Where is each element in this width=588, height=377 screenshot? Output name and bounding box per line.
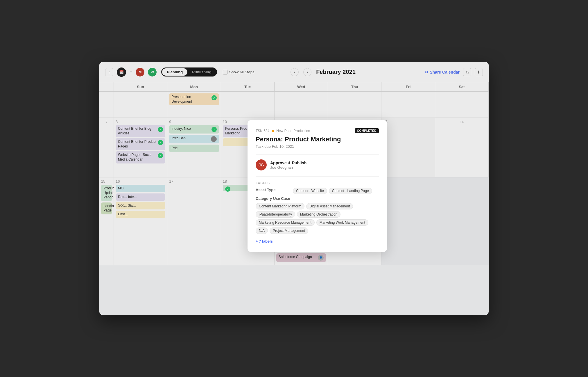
modal-title: Persona: Product Marketing	[256, 136, 379, 143]
tag: Project Management	[270, 227, 308, 234]
assignee-avatar: JG	[256, 159, 267, 170]
task-detail-modal: TSK-534 New Page Production COMPLETED Pe…	[248, 120, 387, 252]
modal-overlay[interactable]: TSK-534 New Page Production COMPLETED Pe…	[99, 62, 489, 315]
assignee-role: Approve & Publish	[270, 161, 306, 165]
modal-header-row: TSK-534 New Page Production COMPLETED	[256, 128, 379, 133]
more-labels-link[interactable]: + 7 labels	[256, 239, 273, 243]
app-window: ‹ 📅 ≡ M W Planning Publishing Show All S…	[99, 62, 489, 315]
divider-2	[256, 176, 379, 177]
tag: Marketing Orchestration	[297, 211, 340, 218]
tag: Content - Website	[293, 188, 327, 194]
category-row: Category Use Case Content Marketing Plat…	[256, 196, 379, 234]
completed-badge: COMPLETED	[355, 128, 379, 133]
modal-due: Task due Feb 10, 2021	[256, 144, 379, 149]
asset-type-tags: Content - Website Content - Landing Page	[293, 188, 372, 194]
task-id: TSK-534	[256, 129, 269, 133]
tag: Digital Asset Management	[306, 203, 353, 209]
tag: Marketing Resource Management	[256, 219, 315, 226]
category-tags: Content Marketing Platform Digital Asset…	[256, 203, 379, 234]
tag: Marketing Work Management	[316, 219, 368, 226]
assignee-name: Joe Geoghan	[270, 165, 306, 170]
divider	[256, 154, 379, 155]
assignee-info: Approve & Publish Joe Geoghan	[270, 161, 306, 170]
category-key: Category Use Case	[256, 196, 291, 201]
asset-type-key: Asset Type	[256, 188, 291, 192]
labels-section-title: LABELS	[256, 181, 379, 185]
task-stage: New Page Production	[276, 129, 310, 133]
status-dot	[272, 130, 274, 132]
asset-type-row: Asset Type Content - Website Content - L…	[256, 188, 379, 194]
tag: iPaaS/Interoperability	[256, 211, 295, 218]
modal-assignee: JG Approve & Publish Joe Geoghan	[256, 159, 379, 170]
tag: Content Marketing Platform	[256, 203, 304, 209]
tag: N/A	[256, 227, 268, 234]
task-id-row: TSK-534 New Page Production	[256, 129, 310, 133]
tag: Content - Landing Page	[329, 188, 372, 194]
